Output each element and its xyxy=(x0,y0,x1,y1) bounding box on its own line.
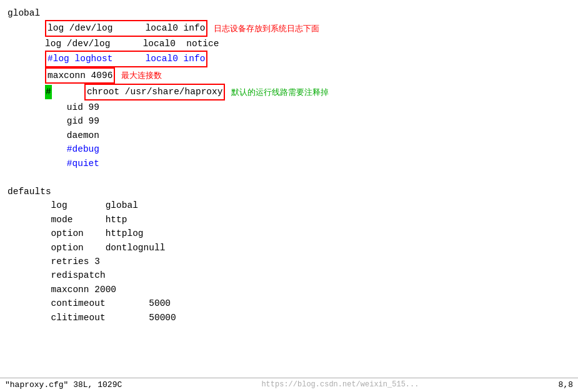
watermark: https://blog.csdn.net/weixin_515... xyxy=(261,379,419,391)
line-option-httplog: option httplog xyxy=(7,227,571,240)
global-keyword: global xyxy=(7,6,40,20)
line-log-notice: log /dev/log local0 notice xyxy=(7,37,571,51)
annotation-chroot: 默认的运行线路需要注释掉 xyxy=(231,86,329,99)
maxconn-boxed: maxconn 4096 xyxy=(45,67,115,84)
uid-text: uid 99 xyxy=(45,100,99,114)
line-daemon: daemon xyxy=(7,129,571,142)
editor-area: global log /dev/log local0 info 日志设备存放到系… xyxy=(0,0,578,392)
gid-text: gid 99 xyxy=(45,114,99,128)
line-quiet: #quiet xyxy=(7,157,571,170)
line-gid: gid 99 xyxy=(7,114,571,128)
line-contimeout: contimeout 5000 xyxy=(7,296,571,310)
redispatch-text: redispatch xyxy=(7,268,106,282)
log-loghost-boxed: #log loghost local0 info xyxy=(45,51,207,67)
debug-text: #debug xyxy=(45,142,99,156)
line-retries: retries 3 xyxy=(7,255,571,268)
line-chroot: # chroot /usr/share/haproxy 默认的运行线路需要注释掉 xyxy=(7,84,571,100)
status-bar: "haproxy.cfg" 38L, 1029C https://blog.cs… xyxy=(0,378,578,392)
log-notice-text: log /dev/log local0 notice xyxy=(45,37,219,51)
daemon-text: daemon xyxy=(45,129,99,142)
mode-http-text: mode http xyxy=(7,213,127,227)
line-log-info: log /dev/log local0 info 日志设备存放到系统日志下面 xyxy=(7,20,571,36)
line-debug: #debug xyxy=(7,142,571,156)
hash-symbol: # xyxy=(45,85,52,99)
chroot-boxed: chroot /usr/share/haproxy xyxy=(84,84,226,100)
line-redispatch: redispatch xyxy=(7,268,571,282)
clitimeout-text: clitimeout 50000 xyxy=(7,311,176,325)
chroot-space xyxy=(52,85,84,99)
line-option-dontlognull: option dontlognull xyxy=(7,241,571,255)
annotation-maxconn: 最大连接数 xyxy=(121,69,162,82)
option-httplog-text: option httplog xyxy=(7,227,144,240)
status-file-info: "haproxy.cfg" 38L, 1029C xyxy=(5,379,122,391)
line-uid: uid 99 xyxy=(7,100,571,114)
annotation-log-info: 日志设备存放到系统日志下面 xyxy=(214,22,319,35)
line-log-loghost: #log loghost local0 info xyxy=(7,51,571,67)
line-log-global: log global xyxy=(7,198,571,212)
quiet-text: #quiet xyxy=(45,157,99,170)
maxconn-2000-text: maxconn 2000 xyxy=(7,283,116,296)
contimeout-text: contimeout 5000 xyxy=(7,296,171,310)
log-info-boxed: log /dev/log local0 info xyxy=(45,20,207,36)
line-maxconn: maxconn 4096 最大连接数 xyxy=(7,67,571,84)
line-defaults: defaults xyxy=(7,185,571,198)
cursor-position: 8,8 xyxy=(559,379,573,391)
option-dontlognull-text: option dontlognull xyxy=(7,241,165,255)
line-clitimeout: clitimeout 50000 xyxy=(7,311,571,325)
line-global: global xyxy=(7,6,571,20)
line-maxconn-2000: maxconn 2000 xyxy=(7,283,571,296)
defaults-keyword: defaults xyxy=(7,185,51,198)
line-empty xyxy=(7,170,571,184)
retries-text: retries 3 xyxy=(7,255,100,268)
log-global-text: log global xyxy=(7,198,138,212)
line-mode-http: mode http xyxy=(7,213,571,227)
